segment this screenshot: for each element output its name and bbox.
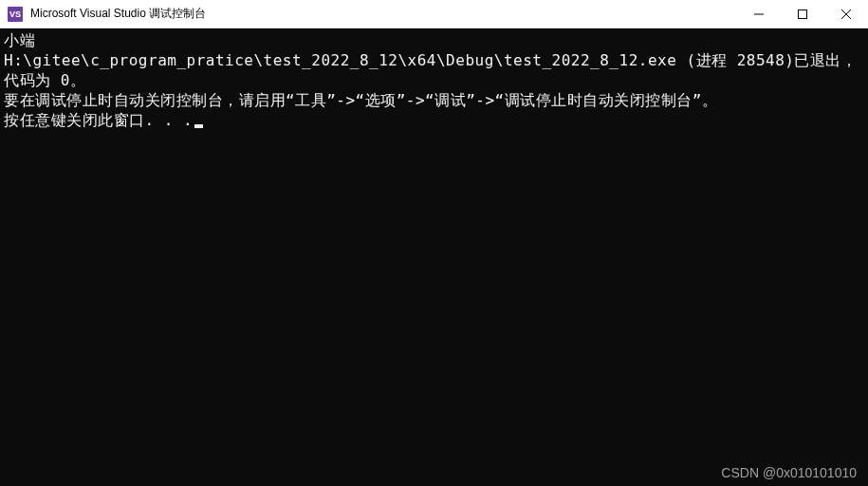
titlebar-left: VS Microsoft Visual Studio 调试控制台 (0, 6, 206, 22)
window-titlebar: VS Microsoft Visual Studio 调试控制台 (0, 0, 868, 28)
close-icon (841, 9, 851, 19)
watermark-text: CSDN @0x010101010 (721, 465, 857, 480)
svg-rect-1 (799, 9, 807, 18)
cursor-icon (194, 124, 203, 128)
minimize-icon (754, 9, 764, 19)
close-button[interactable] (824, 0, 868, 28)
minimize-button[interactable] (737, 0, 781, 28)
console-line: 要在调试停止时自动关闭控制台，请启用“工具”->“选项”->“调试”->“调试停… (4, 91, 717, 109)
window-controls (737, 0, 868, 28)
console-output[interactable]: 小端 H:\gitee\c_program_pratice\test_2022_… (0, 28, 868, 132)
window-title: Microsoft Visual Studio 调试控制台 (30, 6, 206, 22)
app-icon: VS (8, 7, 23, 22)
console-line: 小端 (4, 31, 35, 49)
maximize-icon (798, 9, 807, 19)
maximize-button[interactable] (781, 0, 824, 28)
console-line: H:\gitee\c_program_pratice\test_2022_8_1… (4, 51, 858, 89)
console-line: 按任意键关闭此窗口. . . (4, 111, 193, 129)
